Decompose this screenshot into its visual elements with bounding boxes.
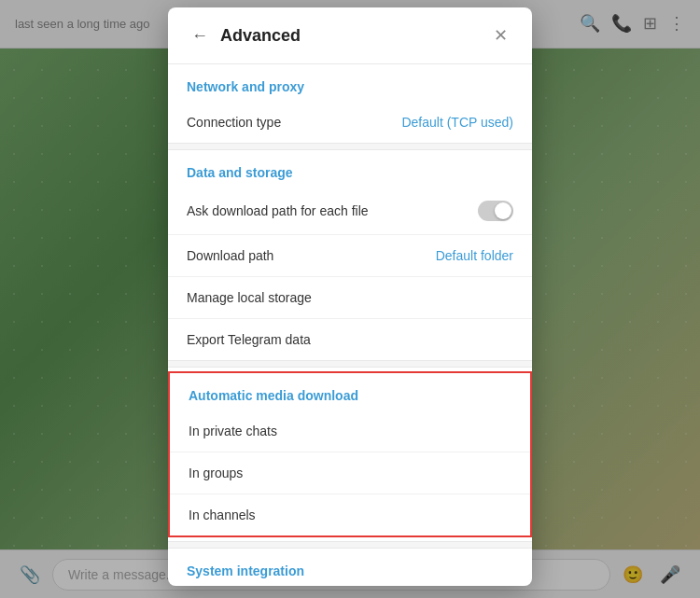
modal-body: Network and proxy Connection type Defaul… [168, 64, 532, 586]
data-storage-section: Data and storage Ask download path for e… [168, 150, 532, 360]
system-header: System integration [168, 549, 532, 586]
download-path-label: Download path [187, 248, 436, 263]
network-header: Network and proxy [168, 64, 532, 102]
system-section: System integration Call Settings [168, 549, 532, 586]
modal-title: Advanced [220, 26, 487, 46]
download-path-toggle-label: Ask download path for each file [187, 203, 478, 218]
connection-type-label: Connection type [187, 115, 401, 130]
groups-row[interactable]: In groups [170, 452, 530, 494]
modal-header: ← Advanced ✕ [168, 7, 532, 64]
toggle-thumb [495, 202, 511, 219]
private-chats-row[interactable]: In private chats [170, 410, 530, 452]
manage-local-storage-row[interactable]: Manage local storage [168, 277, 532, 319]
back-button[interactable]: ← [187, 22, 213, 49]
channels-row[interactable]: In channels [170, 494, 530, 535]
download-path-row[interactable]: Download path Default folder [168, 235, 532, 277]
divider-3 [168, 541, 532, 549]
auto-media-header: Automatic media download [170, 373, 530, 410]
export-telegram-data-row[interactable]: Export Telegram data [168, 319, 532, 360]
auto-media-section: Automatic media download In private chat… [168, 371, 532, 537]
divider-2 [168, 360, 532, 368]
download-path-toggle-row[interactable]: Ask download path for each file [168, 188, 532, 235]
private-chats-label: In private chats [189, 424, 511, 438]
data-storage-header: Data and storage [168, 150, 532, 188]
export-telegram-data-label: Export Telegram data [187, 332, 513, 347]
modal-overlay: ← Advanced ✕ Network and proxy Connectio… [0, 0, 700, 598]
download-path-value[interactable]: Default folder [436, 248, 513, 263]
download-path-toggle[interactable] [478, 201, 513, 221]
connection-type-value[interactable]: Default (TCP used) [401, 115, 513, 130]
close-button[interactable]: ✕ [487, 22, 513, 49]
network-section: Network and proxy Connection type Defaul… [168, 64, 532, 143]
advanced-modal: ← Advanced ✕ Network and proxy Connectio… [168, 7, 532, 586]
manage-local-storage-label: Manage local storage [187, 290, 513, 305]
divider-1 [168, 143, 532, 150]
connection-type-row[interactable]: Connection type Default (TCP used) [168, 102, 532, 143]
channels-label: In channels [189, 508, 511, 522]
groups-label: In groups [189, 466, 511, 480]
